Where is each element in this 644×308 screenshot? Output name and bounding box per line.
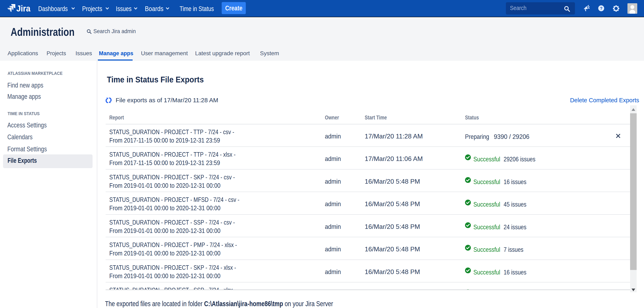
svg-text:?: ? [600, 6, 602, 11]
